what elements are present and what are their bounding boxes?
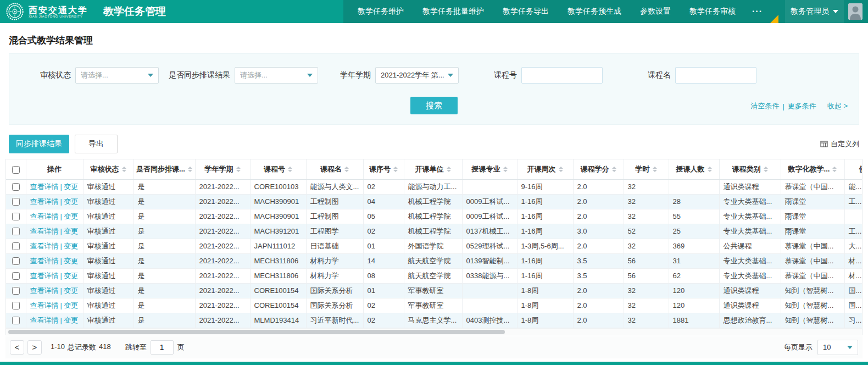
row-checkbox[interactable] xyxy=(12,317,20,324)
column-header-14[interactable]: 课程类别 xyxy=(719,159,781,179)
sort-icon[interactable] xyxy=(288,167,292,172)
column-header-2[interactable]: 审核状态 xyxy=(83,159,133,179)
sort-icon[interactable] xyxy=(708,167,712,172)
change-link[interactable]: 变更 xyxy=(64,197,78,206)
course-no-input[interactable] xyxy=(521,67,603,84)
change-link[interactable]: 变更 xyxy=(64,272,78,280)
view-detail-link[interactable]: 查看详情 xyxy=(30,316,59,324)
table-row: 查看详情|变更审核通过是2021-2022...CORE100154国际关系分析… xyxy=(6,283,863,298)
column-header-7[interactable]: 课序号 xyxy=(363,159,404,179)
clear-conditions-link[interactable]: 清空条件 xyxy=(750,101,779,111)
row-checkbox[interactable] xyxy=(12,183,20,191)
view-detail-link[interactable]: 查看详情 xyxy=(30,182,59,191)
semester-select[interactable]: 2021-2022学年 第... xyxy=(375,67,459,84)
horizontal-scrollbar-thumb[interactable] xyxy=(8,330,505,334)
column-header-3[interactable]: 是否同步排课... xyxy=(133,159,195,179)
view-detail-link[interactable]: 查看详情 xyxy=(30,197,59,206)
view-detail-link[interactable]: 查看详情 xyxy=(30,286,59,295)
sort-icon[interactable] xyxy=(503,167,508,172)
column-header-4[interactable]: 学年学期 xyxy=(195,159,250,179)
row-checkbox[interactable] xyxy=(12,257,20,265)
sort-icon[interactable] xyxy=(236,167,241,172)
change-link[interactable]: 变更 xyxy=(64,182,78,191)
sync-result-select[interactable]: 请选择... xyxy=(235,67,318,84)
more-conditions-link[interactable]: 更多条件 xyxy=(788,101,816,111)
avatar[interactable] xyxy=(848,3,863,20)
view-detail-link[interactable]: 查看详情 xyxy=(30,257,59,265)
row-checkbox[interactable] xyxy=(12,213,20,220)
table-cell: 25 xyxy=(669,224,719,239)
view-detail-link[interactable]: 查看详情 xyxy=(30,301,59,309)
nav-item-4[interactable]: 教学任务预生成 xyxy=(567,7,621,16)
column-header-10[interactable]: 开课周次 xyxy=(517,159,573,179)
table-cell: 机械工程学院 xyxy=(404,224,462,239)
sort-icon[interactable] xyxy=(447,167,451,172)
column-header-8[interactable]: 开课单位 xyxy=(404,159,462,179)
column-header-12[interactable]: 学时 xyxy=(624,159,669,179)
export-button[interactable]: 导出 xyxy=(75,135,118,153)
view-detail-link[interactable]: 查看详情 xyxy=(30,272,59,280)
select-all-checkbox[interactable] xyxy=(12,166,20,174)
row-checkbox[interactable] xyxy=(12,272,20,280)
table-row: 查看详情|变更审核通过是2021-2022...MLMD193414习近平新时代… xyxy=(6,313,863,328)
page-size-select[interactable]: 10 xyxy=(817,340,858,355)
nav-item-1[interactable]: 教学任务维护 xyxy=(358,7,404,16)
view-detail-link[interactable]: 查看详情 xyxy=(30,227,59,235)
sort-icon[interactable] xyxy=(653,167,657,172)
row-checkbox[interactable] xyxy=(12,242,20,250)
sort-icon[interactable] xyxy=(188,167,192,172)
sort-icon[interactable] xyxy=(122,167,126,172)
collapse-link[interactable]: 收起 > xyxy=(827,101,848,111)
row-checkbox[interactable] xyxy=(12,228,20,235)
change-link[interactable]: 变更 xyxy=(64,316,78,324)
search-button[interactable]: 搜索 xyxy=(410,97,458,114)
column-header-6[interactable]: 课程名 xyxy=(306,159,363,179)
view-detail-link[interactable]: 查看详情 xyxy=(30,242,59,250)
sort-icon[interactable] xyxy=(559,167,563,172)
jump-page-input[interactable] xyxy=(151,340,174,355)
table-cell: 28 xyxy=(669,194,719,209)
sort-icon[interactable] xyxy=(832,167,837,172)
sort-icon[interactable] xyxy=(393,167,398,172)
table-cell: 慕课堂（中国... xyxy=(781,268,844,283)
row-checkbox[interactable] xyxy=(12,302,20,309)
nav-item-6[interactable]: 教学任务审核 xyxy=(689,7,736,16)
nav-item-2[interactable]: 教学任务批量维护 xyxy=(422,7,484,16)
table-cell: 56 xyxy=(624,268,669,283)
sync-schedule-button[interactable]: 同步排课结果 xyxy=(9,135,69,153)
nav-item-5[interactable]: 参数设置 xyxy=(640,7,671,16)
record-summary: 1-10 总记录数 418 xyxy=(51,342,111,352)
view-detail-link[interactable]: 查看详情 xyxy=(30,212,59,220)
app-root: 西安交通大学 XIAN JIAOTONG UNIVERSITY 教学任务管理 教… xyxy=(0,0,868,365)
sort-icon[interactable] xyxy=(612,167,616,172)
column-header-11[interactable]: 课程学分 xyxy=(573,159,624,179)
change-link[interactable]: 变更 xyxy=(64,286,78,295)
column-header-1[interactable]: 操作 xyxy=(26,159,83,179)
audit-status-select[interactable]: 请选择... xyxy=(75,67,159,84)
column-header-13[interactable]: 授课人数 xyxy=(669,159,719,179)
course-name-input[interactable] xyxy=(675,67,756,84)
sort-icon[interactable] xyxy=(764,167,768,172)
table-cell: 能源与人类文... xyxy=(306,179,363,194)
change-link[interactable]: 变更 xyxy=(64,227,78,235)
column-header-15[interactable]: 数字化教学... xyxy=(781,159,844,179)
sort-icon[interactable] xyxy=(344,167,349,172)
horizontal-scrollbar-track[interactable] xyxy=(6,328,862,335)
prev-page-button[interactable]: < xyxy=(10,340,24,355)
row-checkbox[interactable] xyxy=(12,198,20,206)
nav-more-button[interactable]: ··· xyxy=(752,7,763,16)
table-cell: 习... xyxy=(844,313,863,328)
column-header-16[interactable]: 使... xyxy=(844,159,863,179)
table-cell: 05 xyxy=(363,209,404,224)
next-page-button[interactable]: > xyxy=(27,340,42,355)
user-menu[interactable]: 教务管理员 xyxy=(785,0,844,23)
change-link[interactable]: 变更 xyxy=(64,242,78,250)
nav-item-3[interactable]: 教学任务导出 xyxy=(503,7,549,16)
customize-columns-button[interactable]: 自定义列 xyxy=(820,139,859,149)
change-link[interactable]: 变更 xyxy=(64,257,78,265)
column-header-9[interactable]: 授课专业 xyxy=(462,159,517,179)
column-header-5[interactable]: 课程号 xyxy=(250,159,306,179)
change-link[interactable]: 变更 xyxy=(64,212,78,220)
row-checkbox[interactable] xyxy=(12,287,20,295)
change-link[interactable]: 变更 xyxy=(64,301,78,309)
